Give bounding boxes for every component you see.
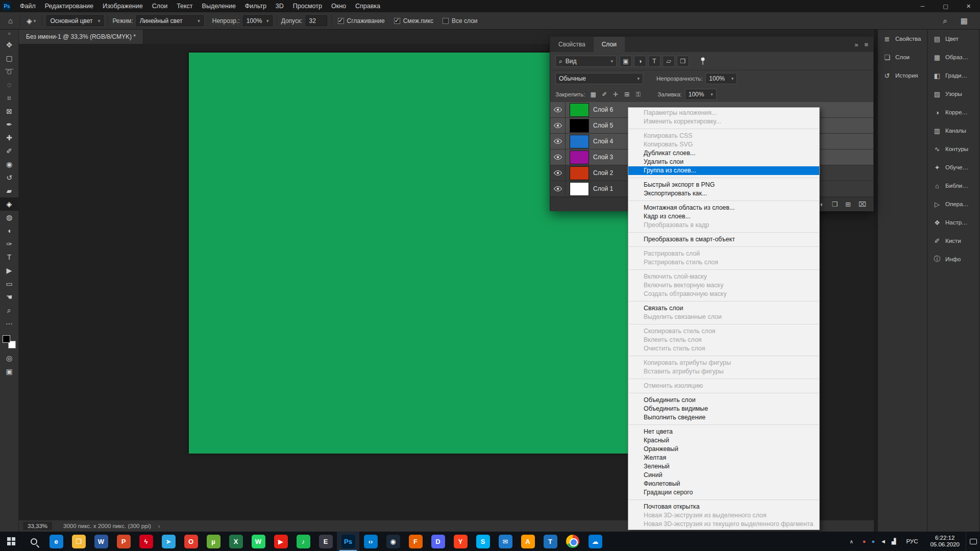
document-info[interactable]: 3000 пикс. x 2000 пикс. (300 ppi) bbox=[63, 523, 151, 529]
minimize-button[interactable]: ─ bbox=[911, 0, 934, 12]
tool-move[interactable]: ✥ bbox=[0, 38, 18, 52]
tool-brush[interactable]: ✐ bbox=[0, 144, 18, 158]
menubar-help[interactable]: Справка bbox=[351, 3, 385, 10]
layer-visibility-toggle[interactable] bbox=[550, 165, 566, 181]
tool-history-brush[interactable]: ↺ bbox=[0, 171, 18, 184]
opacity-input[interactable]: 100% bbox=[243, 15, 273, 26]
panel-button-actions[interactable]: ▷Опера… bbox=[928, 195, 979, 213]
context-menu-item[interactable]: Красный bbox=[628, 436, 819, 445]
menubar-edit[interactable]: Редактирование bbox=[40, 3, 98, 10]
menubar-image[interactable]: Изображение bbox=[98, 3, 148, 10]
taskbar-mail[interactable]: ✉ bbox=[494, 532, 517, 551]
layer-opacity-input[interactable]: 100% bbox=[705, 73, 737, 84]
taskbar-powerpoint[interactable]: P bbox=[112, 532, 135, 551]
checkbox-antialias[interactable]: Сглаживание bbox=[338, 17, 385, 24]
context-menu-item[interactable]: Зеленый bbox=[628, 462, 819, 471]
taskbar-skype[interactable]: S bbox=[472, 532, 494, 551]
checkbox-all-layers[interactable]: Все слои bbox=[443, 17, 478, 24]
layer-visibility-toggle[interactable] bbox=[550, 118, 566, 133]
screen-mode-button[interactable]: ▣ bbox=[0, 365, 18, 378]
layer-visibility-toggle[interactable] bbox=[550, 149, 566, 165]
panel-button-color[interactable]: ▤Цвет bbox=[928, 30, 979, 48]
taskbar-onedrive[interactable]: ☁ bbox=[584, 532, 606, 551]
tool-paint-bucket[interactable]: ◈ bbox=[0, 197, 18, 211]
taskbar-firefox[interactable]: F bbox=[404, 532, 427, 551]
taskbar-clock[interactable]: 6:22:12 05.06.2020 bbox=[924, 535, 966, 548]
hidden-icons-chevron[interactable]: ∧ bbox=[844, 539, 858, 544]
context-menu-item[interactable]: Удалить слои bbox=[628, 158, 819, 166]
home-icon[interactable]: ⌂ bbox=[5, 16, 16, 25]
tool-zoom[interactable]: ⌕ bbox=[0, 304, 18, 317]
quick-mask-button[interactable]: ◎ bbox=[0, 352, 18, 365]
tool-object-selection[interactable]: ◌ bbox=[0, 78, 18, 91]
network-icon[interactable]: ▟ bbox=[892, 538, 896, 545]
layer-thumbnail[interactable] bbox=[570, 119, 589, 132]
new-group-icon[interactable]: ❒ bbox=[831, 201, 838, 208]
context-menu-item[interactable]: Объединить слои bbox=[628, 396, 819, 405]
workspace-icon[interactable]: ▦ bbox=[958, 16, 971, 26]
panel-button-brushes[interactable]: ✐Кисти bbox=[928, 232, 979, 250]
tool-pen[interactable]: ✑ bbox=[0, 237, 18, 251]
delete-layer-icon[interactable]: ⌧ bbox=[859, 201, 866, 208]
layer-visibility-toggle[interactable] bbox=[550, 181, 566, 196]
lock-position-icon[interactable]: ✛ bbox=[610, 91, 621, 98]
tool-crop[interactable]: ⌗ bbox=[0, 91, 18, 105]
filter-adjustment-layers-icon[interactable]: ◑ bbox=[634, 56, 646, 67]
taskbar-excel[interactable]: X bbox=[225, 532, 247, 551]
layer-thumbnail[interactable] bbox=[570, 104, 589, 116]
taskbar-steam[interactable]: ◉ bbox=[382, 532, 404, 551]
taskbar-epic-games[interactable]: E bbox=[314, 532, 337, 551]
adjustment-layer-icon[interactable]: ◐ bbox=[820, 201, 824, 208]
layer-filter-switch[interactable] bbox=[699, 57, 706, 66]
context-menu-item[interactable]: Градации серого bbox=[628, 488, 819, 497]
layer-thumbnail[interactable] bbox=[570, 135, 589, 148]
taskbar-whatsapp[interactable]: W bbox=[247, 532, 270, 551]
tray-app-blue-icon[interactable]: ● bbox=[871, 538, 875, 544]
lock-pixels-icon[interactable]: ✐ bbox=[599, 91, 609, 98]
context-menu-item[interactable]: Монтажная область из слоев... bbox=[628, 204, 819, 212]
tool-hand[interactable]: ☚ bbox=[0, 290, 18, 304]
panel-button-learn[interactable]: ✦Обуче… bbox=[928, 158, 979, 177]
filter-shape-layers-icon[interactable]: ▱ bbox=[663, 56, 675, 67]
panel-button-adjustments[interactable]: ◑Корре… bbox=[928, 103, 979, 121]
panel-tab-layers[interactable]: Слои bbox=[594, 37, 625, 52]
layer-thumbnail[interactable] bbox=[570, 151, 589, 164]
menubar-filter[interactable]: Фильтр bbox=[240, 3, 271, 10]
tool-clone-stamp[interactable]: ◉ bbox=[0, 158, 18, 171]
tool-frame[interactable]: ⊠ bbox=[0, 105, 18, 118]
context-menu-item[interactable]: Фиолетовый bbox=[628, 480, 819, 488]
taskbar-explorer[interactable]: ❒ bbox=[67, 532, 90, 551]
tolerance-input[interactable]: 32 bbox=[306, 15, 327, 26]
taskbar-telegram[interactable]: ➤ bbox=[157, 532, 180, 551]
taskbar-thunderbird[interactable]: T bbox=[539, 532, 561, 551]
toolbar-collapse-icon[interactable]: » bbox=[0, 30, 18, 38]
taskbar-discord[interactable]: D bbox=[427, 532, 449, 551]
foreground-color-swatch[interactable] bbox=[3, 335, 10, 343]
tool-marquee[interactable]: ▢ bbox=[0, 52, 18, 65]
document-tab[interactable]: Без имени-1 @ 33,3% (RGB/8/CMYK) * bbox=[19, 30, 143, 44]
tool-preset-picker[interactable]: ◈ bbox=[24, 16, 38, 26]
taskbar-chrome[interactable] bbox=[561, 532, 584, 551]
menubar-file[interactable]: Файл bbox=[15, 3, 40, 10]
taskbar-utorrent[interactable]: µ bbox=[202, 532, 225, 551]
panel-button-channels[interactable]: ▥Каналы bbox=[928, 121, 979, 140]
layer-fill-input[interactable]: 100% bbox=[685, 89, 717, 100]
lock-transparency-icon[interactable]: ▦ bbox=[588, 91, 598, 98]
menubar-window[interactable]: Окно bbox=[327, 3, 351, 10]
panel-tab-properties[interactable]: Свойства bbox=[550, 37, 594, 52]
taskbar-vscode[interactable]: ‹› bbox=[359, 532, 382, 551]
taskbar-photoshop[interactable]: Ps bbox=[337, 532, 359, 551]
new-layer-icon[interactable]: ⊞ bbox=[845, 201, 851, 208]
tool-lasso[interactable]: ➰ bbox=[0, 65, 18, 78]
status-expand-icon[interactable]: › bbox=[158, 523, 160, 529]
layer-visibility-toggle[interactable] bbox=[550, 102, 566, 117]
lock-all-icon[interactable]: ⚿ bbox=[633, 91, 643, 98]
taskbar-youtube[interactable]: ▶ bbox=[270, 532, 292, 551]
context-menu-item[interactable]: Выполнить сведение bbox=[628, 413, 819, 422]
close-button[interactable]: ✕ bbox=[957, 0, 980, 12]
fill-source-select[interactable]: Основной цвет bbox=[46, 15, 104, 26]
panel-collapse-icon[interactable]: » bbox=[854, 41, 858, 48]
context-menu-item[interactable]: Связать слои bbox=[628, 304, 819, 313]
context-menu-item[interactable]: Кадр из слоев... bbox=[628, 212, 819, 221]
layer-blend-mode-select[interactable]: Обычные bbox=[555, 73, 643, 84]
